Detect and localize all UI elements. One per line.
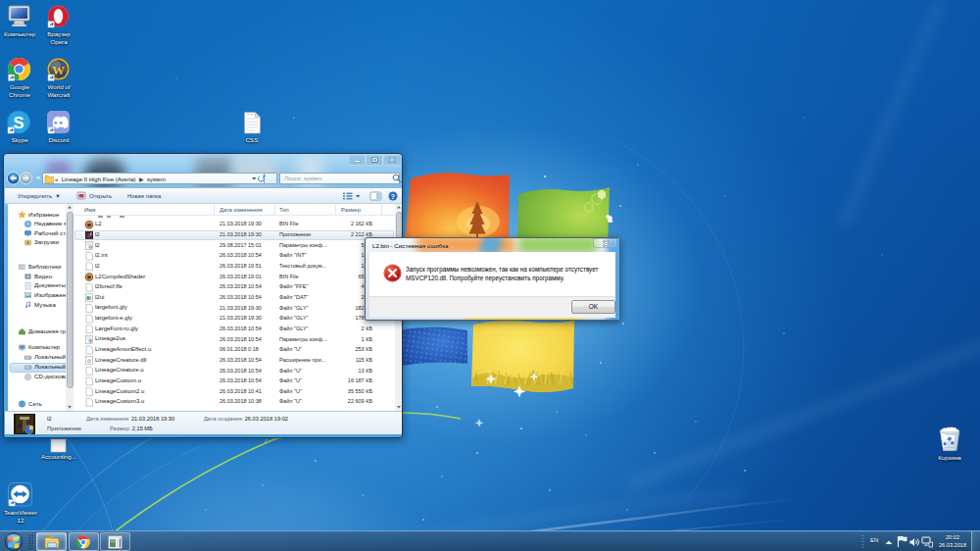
svg-text:?: ? (391, 193, 395, 200)
